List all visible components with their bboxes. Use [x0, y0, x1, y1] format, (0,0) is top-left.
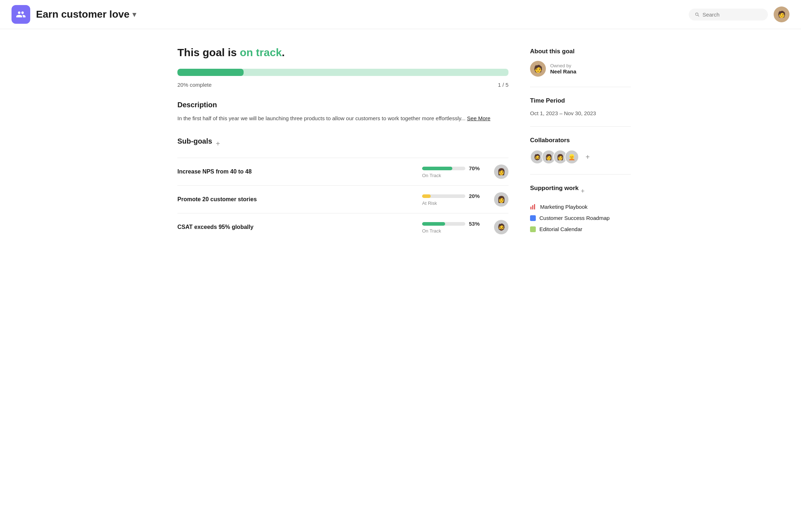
- bar-chart-icon: [530, 203, 537, 210]
- supporting-work-item[interactable]: Marketing Playbook: [530, 203, 631, 210]
- subgoals-header: Sub-goals +: [177, 137, 508, 150]
- time-period-section: Time Period Oct 1, 2023 – Nov 30, 2023: [530, 97, 631, 127]
- app-icon: [12, 5, 30, 24]
- sidebar: About this goal 🧑 Owned by Neel Rana Tim…: [530, 46, 631, 257]
- subgoal-status: On Track: [422, 228, 441, 234]
- progress-label: 20% complete: [177, 82, 212, 88]
- chevron-down-icon[interactable]: ▾: [132, 10, 136, 19]
- subgoal-status: At Risk: [422, 200, 437, 206]
- supporting-work-title: Supporting work: [530, 185, 579, 192]
- subgoal-avatar: 👩: [494, 164, 508, 179]
- people-icon: [16, 9, 26, 19]
- add-supporting-work-button[interactable]: +: [581, 188, 585, 195]
- svg-rect-0: [530, 207, 531, 209]
- search-input[interactable]: [702, 12, 762, 18]
- square-icon: [530, 215, 536, 221]
- description-text: In the first half of this year we will b…: [177, 114, 508, 123]
- title-text: Earn customer love: [36, 9, 130, 20]
- subgoal-bar-bg: [422, 194, 465, 198]
- collaborators-row: 🧔👩👩👱 +: [530, 150, 631, 164]
- time-period-value: Oct 1, 2023 – Nov 30, 2023: [530, 110, 631, 116]
- status-prefix: This goal is: [177, 46, 240, 58]
- time-period-title: Time Period: [530, 97, 631, 104]
- subgoal-bar-bg: [422, 222, 465, 226]
- page-title: Earn customer love ▾: [36, 9, 136, 20]
- status-suffix: .: [282, 46, 285, 58]
- subgoal-row[interactable]: Promote 20 customer stories 20% At Risk …: [177, 185, 508, 213]
- goal-status-heading: This goal is on track.: [177, 46, 508, 59]
- owner-label: Owned by: [550, 63, 576, 68]
- subgoal-progress: 70% On Track: [422, 165, 487, 178]
- subgoal-percent: 53%: [469, 221, 483, 227]
- collaborators-section: Collaborators 🧔👩👩👱 +: [530, 137, 631, 175]
- progress-bar-container: [177, 69, 508, 76]
- progress-bar-fill: [177, 69, 244, 76]
- header: Earn customer love ▾ 🧑: [0, 0, 801, 29]
- subgoals-title: Sub-goals: [177, 137, 212, 145]
- supporting-work-item[interactable]: Editorial Calendar: [530, 226, 631, 232]
- page-content: This goal is on track. 20% complete 1 / …: [149, 29, 652, 275]
- work-item-label: Marketing Playbook: [540, 204, 588, 210]
- subgoal-progress: 53% On Track: [422, 221, 487, 234]
- user-avatar[interactable]: 🧑: [774, 6, 789, 22]
- subgoal-bar-fill: [422, 194, 431, 198]
- progress-meta: 20% complete 1 / 5: [177, 82, 508, 88]
- supporting-work-item[interactable]: Customer Success Roadmap: [530, 215, 631, 221]
- add-collaborator-button[interactable]: +: [581, 150, 594, 163]
- owner-row: 🧑 Owned by Neel Rana: [530, 61, 631, 77]
- search-bar[interactable]: [689, 9, 768, 21]
- subgoal-row[interactable]: Increase NPS from 40 to 48 70% On Track …: [177, 158, 508, 185]
- subgoal-name: CSAT exceeds 95% globally: [177, 224, 415, 230]
- supporting-work-section: Supporting work + Marketing PlaybookCust…: [530, 185, 631, 247]
- progress-fraction: 1 / 5: [498, 82, 508, 88]
- collaborator-avatar: 👱: [565, 150, 579, 164]
- subgoal-bar-fill: [422, 222, 445, 226]
- owner-name: Neel Rana: [550, 68, 576, 75]
- status-highlight: on track: [240, 46, 282, 58]
- square-icon: [530, 226, 536, 232]
- description-title: Description: [177, 101, 508, 109]
- svg-rect-1: [532, 205, 533, 209]
- subgoal-list: Increase NPS from 40 to 48 70% On Track …: [177, 158, 508, 241]
- subgoal-row[interactable]: CSAT exceeds 95% globally 53% On Track 🧔: [177, 213, 508, 241]
- subgoal-avatar: 👩: [494, 192, 508, 207]
- about-title: About this goal: [530, 48, 631, 55]
- see-more-link[interactable]: See More: [467, 115, 490, 121]
- main-content: This goal is on track. 20% complete 1 / …: [177, 46, 530, 257]
- subgoal-avatar: 🧔: [494, 220, 508, 234]
- subgoal-percent: 20%: [469, 193, 483, 199]
- subgoal-percent: 70%: [469, 165, 483, 171]
- subgoal-name: Promote 20 customer stories: [177, 196, 415, 203]
- search-icon: [694, 12, 700, 17]
- collab-avatars: 🧔👩👩👱: [530, 150, 579, 164]
- collaborators-title: Collaborators: [530, 137, 631, 144]
- subgoal-status: On Track: [422, 173, 441, 178]
- work-item-label: Customer Success Roadmap: [539, 215, 610, 221]
- work-items-list: Marketing PlaybookCustomer Success Roadm…: [530, 203, 631, 232]
- subgoal-bar-fill: [422, 167, 452, 170]
- subgoal-name: Increase NPS from 40 to 48: [177, 168, 415, 175]
- add-subgoal-button[interactable]: +: [216, 140, 220, 148]
- owner-avatar: 🧑: [530, 61, 546, 77]
- about-section: About this goal 🧑 Owned by Neel Rana: [530, 48, 631, 87]
- subgoal-bar-bg: [422, 167, 465, 170]
- work-item-label: Editorial Calendar: [539, 226, 582, 232]
- subgoal-progress: 20% At Risk: [422, 193, 487, 206]
- description-body: In the first half of this year we will b…: [177, 115, 466, 121]
- svg-rect-2: [534, 204, 535, 209]
